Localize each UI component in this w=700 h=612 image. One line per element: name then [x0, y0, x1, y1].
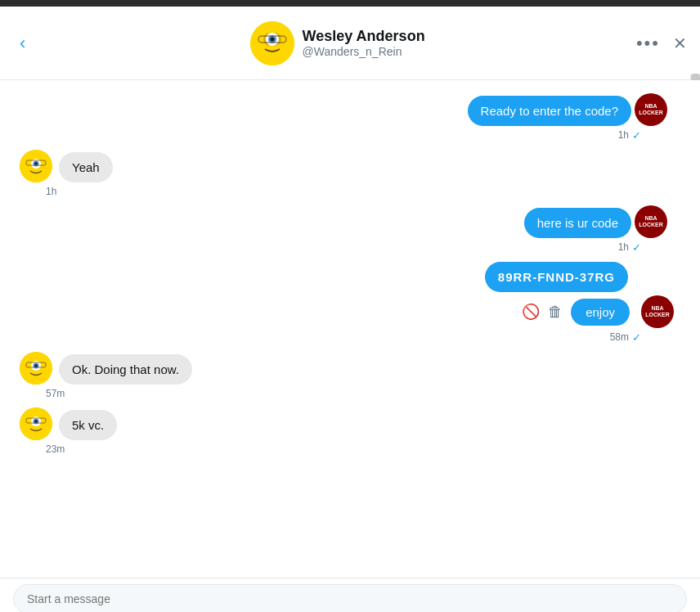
timestamp: 57m	[46, 388, 65, 399]
enjoy-button[interactable]: enjoy	[571, 299, 630, 326]
bubble-wrap: 89RR-FNND-37RG	[485, 262, 671, 292]
bubble-wrap: here is ur code	[524, 208, 631, 238]
chat-area: NBALOCKER Ready to enter the code? 1h ✓ …	[0, 80, 700, 578]
avatar: NBALOCKER	[635, 205, 667, 238]
header-actions: ••• ✕	[636, 33, 687, 54]
timestamp: 58m	[610, 331, 629, 344]
avatar: NBALOCKER	[641, 295, 674, 328]
timestamp-row: 58m ✓	[0, 331, 684, 344]
code-bubble: 89RR-FNND-37RG	[485, 262, 628, 292]
message-bubble: Ready to enter the code?	[468, 96, 631, 126]
avatar	[20, 352, 52, 385]
timestamp: 23m	[46, 443, 65, 455]
header-name-area: Wesley Anderson @Wanders_n_Rein	[303, 28, 425, 58]
message-row: Yeah	[0, 150, 684, 182]
timestamp: 1h	[46, 186, 56, 197]
action-row: 🚫 🗑 enjoy NBALOCKER	[0, 295, 684, 328]
system-bar	[0, 0, 700, 7]
close-button[interactable]: ✕	[673, 34, 687, 53]
trash-icon[interactable]: 🗑	[548, 304, 563, 321]
timestamp-row: 23m	[0, 443, 684, 455]
message-row: Ok. Doing that now.	[0, 352, 684, 385]
message-bubble: here is ur code	[524, 208, 631, 238]
message-bubble: Yeah	[59, 152, 113, 182]
check-icon: ✓	[632, 331, 641, 344]
message-row: 89RR-FNND-37RG	[0, 262, 684, 292]
message-bubble: Ok. Doing that now.	[59, 354, 192, 385]
back-button[interactable]: ‹	[13, 26, 32, 61]
message-row: NBALOCKER here is ur code	[0, 205, 684, 238]
bubble-wrap: 5k vc.	[59, 410, 117, 440]
timestamp-row: 57m	[0, 388, 684, 399]
block-icon[interactable]: 🚫	[522, 303, 540, 321]
avatar	[20, 407, 52, 440]
avatar: NBALOCKER	[635, 93, 667, 126]
svg-point-4	[270, 37, 274, 41]
header-avatar	[250, 21, 294, 65]
more-options-button[interactable]: •••	[636, 33, 660, 54]
avatar	[20, 150, 52, 182]
timestamp-row: 1h ✓	[0, 129, 684, 142]
header-handle: @Wanders_n_Rein	[303, 45, 425, 58]
timestamp: 1h	[618, 241, 629, 254]
timestamp-row: 1h	[0, 186, 684, 197]
profile-area: Wesley Anderson @Wanders_n_Rein	[38, 21, 636, 65]
check-icon: ✓	[632, 241, 641, 254]
message-input[interactable]	[13, 584, 687, 613]
input-bar	[0, 578, 700, 612]
bubble-wrap: Ready to enter the code?	[468, 96, 631, 126]
timestamp-row: 1h ✓	[0, 241, 684, 254]
message-row: 5k vc.	[0, 407, 684, 440]
header-username: Wesley Anderson	[303, 28, 425, 45]
bubble-wrap: Yeah	[59, 152, 113, 182]
check-icon: ✓	[632, 129, 641, 142]
header: ‹ Wesley Anderson @Wanders_n_Rein ••• ✕	[0, 7, 700, 80]
timestamp: 1h	[618, 129, 629, 142]
message-bubble: 5k vc.	[59, 410, 117, 440]
message-row: NBALOCKER Ready to enter the code?	[0, 93, 684, 126]
bubble-wrap: Ok. Doing that now.	[59, 354, 192, 385]
